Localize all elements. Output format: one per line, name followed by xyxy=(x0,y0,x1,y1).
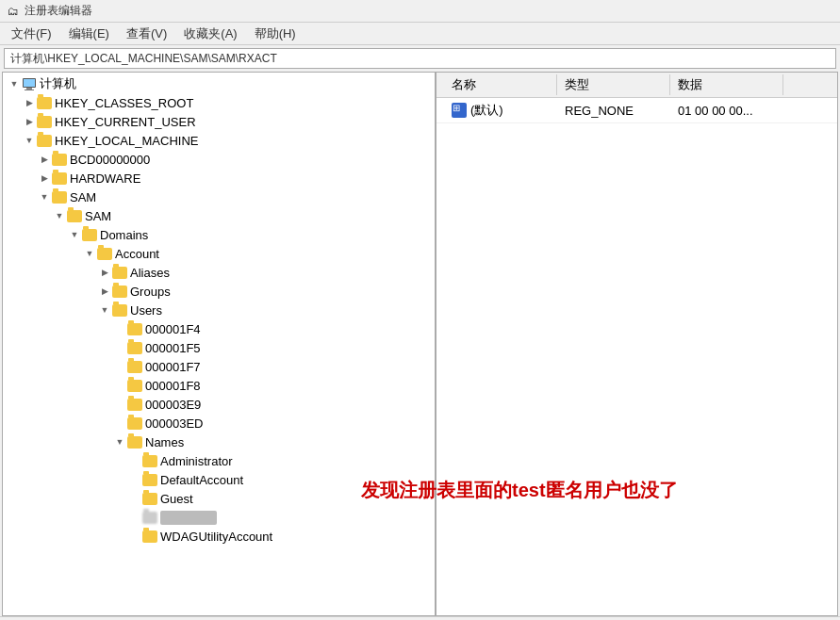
svg-rect-3 xyxy=(25,90,34,90)
tree-label-aliases: Aliases xyxy=(130,266,170,280)
tree-item-sam2[interactable]: ▼ SAM xyxy=(3,206,435,225)
folder-icon-sam xyxy=(52,191,67,204)
folder-icon-guest xyxy=(142,493,157,505)
tree-label-hardware: HARDWARE xyxy=(70,171,140,186)
table-cell-data: 01 00 00 00... xyxy=(670,102,783,120)
tree-item-sam[interactable]: ▼ SAM xyxy=(3,188,435,206)
tree-panel[interactable]: ▼ 计算机 ▶ HKEY_CLASSES_ROOT ▶ HKEY_CURRENT… xyxy=(3,73,436,615)
tree-item-groups[interactable]: ▶ Groups xyxy=(3,282,435,301)
tree-item-u1f4[interactable]: 000001F4 xyxy=(3,319,435,338)
tree-label-u1f8: 000001F8 xyxy=(145,379,201,393)
tree-item-bcd[interactable]: ▶ BCD00000000 xyxy=(3,150,435,169)
app-icon: 🗂 xyxy=(8,5,19,18)
menu-favorites[interactable]: 收藏夹(A) xyxy=(176,24,244,44)
folder-icon-aliases xyxy=(112,267,127,279)
expand-aliases[interactable]: ▶ xyxy=(97,265,112,280)
address-path: 计算机\HKEY_LOCAL_MACHINE\SAM\SAM\RXACT xyxy=(10,51,277,67)
menu-help[interactable]: 帮助(H) xyxy=(247,24,304,44)
expand-bcd[interactable]: ▶ xyxy=(37,152,52,167)
main-container: ▼ 计算机 ▶ HKEY_CLASSES_ROOT ▶ HKEY_CURRENT… xyxy=(2,72,838,616)
tree-label-groups: Groups xyxy=(130,285,171,299)
tree-label-admin: Administrator xyxy=(160,454,233,468)
folder-icon-users xyxy=(112,304,127,317)
title-label: 注册表编辑器 xyxy=(25,3,92,19)
tree-item-u3ed[interactable]: 000003ED xyxy=(3,414,435,432)
table-header: 名称 类型 数据 xyxy=(436,73,837,98)
folder-icon-hkcu xyxy=(37,116,52,128)
address-bar[interactable]: 计算机\HKEY_LOCAL_MACHINE\SAM\SAM\RXACT xyxy=(4,48,836,69)
reg-value-name: (默认) xyxy=(470,102,503,119)
tree-item-names[interactable]: ▼ Names xyxy=(3,432,435,451)
folder-icon-blurred xyxy=(142,512,157,524)
tree-label-u1f7: 000001F7 xyxy=(145,360,201,374)
tree-label-users: Users xyxy=(130,303,162,318)
tree-label-hkcu: HKEY_CURRENT_USER xyxy=(55,115,196,129)
folder-icon-wdag xyxy=(142,530,157,543)
tree-label-hklm: HKEY_LOCAL_MACHINE xyxy=(55,134,198,148)
expand-hkcu[interactable]: ▶ xyxy=(22,114,37,129)
header-name: 名称 xyxy=(444,74,557,95)
tree-item-aliases[interactable]: ▶ Aliases xyxy=(3,263,435,282)
computer-icon xyxy=(22,77,37,90)
tree-item-users[interactable]: ▼ Users xyxy=(3,301,435,319)
svg-rect-1 xyxy=(24,79,35,87)
tree-item-u1f7[interactable]: 000001F7 xyxy=(3,357,435,376)
expand-groups[interactable]: ▶ xyxy=(97,284,112,299)
menu-view[interactable]: 查看(V) xyxy=(119,24,174,44)
expand-names[interactable]: ▼ xyxy=(112,434,127,449)
expand-hardware[interactable]: ▶ xyxy=(37,171,52,186)
folder-icon-u3e9 xyxy=(127,399,142,411)
tree-label-bcd: BCD00000000 xyxy=(70,153,150,167)
expand-hklm[interactable]: ▼ xyxy=(22,133,37,148)
tree-item-domains[interactable]: ▼ Domains xyxy=(3,225,435,244)
folder-icon-account xyxy=(97,248,112,260)
expand-account[interactable]: ▼ xyxy=(82,246,97,261)
tree-item-hardware[interactable]: ▶ HARDWARE xyxy=(3,169,435,188)
folder-icon-u1f4 xyxy=(127,323,142,335)
tree-item-hklm[interactable]: ▼ HKEY_LOCAL_MACHINE xyxy=(3,131,435,150)
folder-icon-admin xyxy=(142,455,157,467)
tree-label-u3e9: 000003E9 xyxy=(145,398,201,412)
folder-icon-hardware xyxy=(52,172,67,185)
tree-label-blurred xyxy=(160,511,217,525)
tree-label-computer: 计算机 xyxy=(40,75,76,92)
expand-computer[interactable]: ▼ xyxy=(7,76,22,91)
folder-icon-defacct xyxy=(142,474,157,486)
tree-label-defacct: DefaultAccount xyxy=(160,473,243,487)
expand-users[interactable]: ▼ xyxy=(97,302,112,318)
tree-label-sam2: SAM xyxy=(85,209,111,223)
tree-label-u3ed: 000003ED xyxy=(145,416,203,431)
tree-label-wdag: WDAGUtilityAccount xyxy=(160,530,272,544)
tree-item-wdag[interactable]: WDAGUtilityAccount xyxy=(3,527,435,546)
tree-label-account: Account xyxy=(115,247,159,261)
table-cell-name: (默认) xyxy=(444,100,557,121)
folder-icon-hkcr xyxy=(37,97,52,109)
folder-icon-domains xyxy=(82,229,97,241)
table-row-default[interactable]: (默认) REG_NONE 01 00 00 00... xyxy=(436,98,837,123)
table-cell-type: REG_NONE xyxy=(557,102,670,120)
menu-file[interactable]: 文件(F) xyxy=(4,24,59,44)
tree-item-account[interactable]: ▼ Account xyxy=(3,244,435,263)
tree-label-names: Names xyxy=(145,435,184,449)
tree-item-u3e9[interactable]: 000003E9 xyxy=(3,395,435,414)
expand-domains[interactable]: ▼ xyxy=(67,227,82,242)
tree-item-computer[interactable]: ▼ 计算机 xyxy=(3,74,435,93)
svg-rect-2 xyxy=(26,88,32,90)
folder-icon-hklm xyxy=(37,135,52,147)
expand-sam2[interactable]: ▼ xyxy=(52,208,67,223)
tree-item-u1f8[interactable]: 000001F8 xyxy=(3,376,435,395)
tree-item-u1f5[interactable]: 000001F5 xyxy=(3,338,435,357)
expand-sam[interactable]: ▼ xyxy=(37,189,52,204)
tree-item-hkcu[interactable]: ▶ HKEY_CURRENT_USER xyxy=(3,112,435,131)
tree-item-blurred[interactable] xyxy=(3,508,435,527)
expand-hkcr[interactable]: ▶ xyxy=(22,95,37,110)
tree-item-defacct[interactable]: DefaultAccount xyxy=(3,470,435,489)
tree-item-guest[interactable]: Guest xyxy=(3,489,435,508)
tree-label-guest: Guest xyxy=(160,492,193,506)
tree-item-admin[interactable]: Administrator xyxy=(3,451,435,470)
menu-edit[interactable]: 编辑(E) xyxy=(61,24,117,44)
menu-bar: 文件(F) 编辑(E) 查看(V) 收藏夹(A) 帮助(H) xyxy=(0,23,840,45)
tree-item-hkcr[interactable]: ▶ HKEY_CLASSES_ROOT xyxy=(3,93,435,112)
folder-icon-u3ed xyxy=(127,417,142,430)
folder-icon-names xyxy=(127,436,142,449)
